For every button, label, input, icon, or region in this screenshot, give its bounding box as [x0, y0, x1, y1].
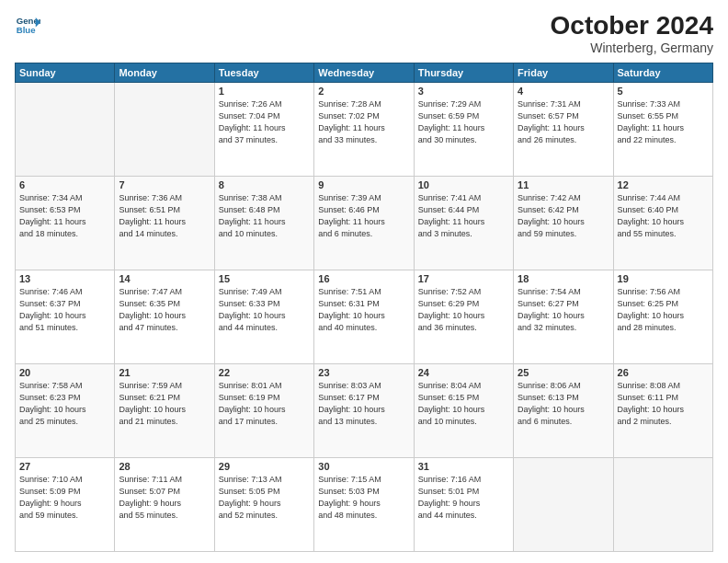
- day-info: Sunrise: 7:36 AM Sunset: 6:51 PM Dayligh…: [119, 192, 210, 240]
- table-row: 7Sunrise: 7:36 AM Sunset: 6:51 PM Daylig…: [115, 177, 214, 270]
- day-number: 24: [418, 367, 509, 378]
- day-number: 27: [19, 461, 110, 472]
- table-row: 10Sunrise: 7:41 AM Sunset: 6:44 PM Dayli…: [414, 177, 513, 270]
- calendar: Sunday Monday Tuesday Wednesday Thursday…: [15, 63, 713, 552]
- table-row: 17Sunrise: 7:52 AM Sunset: 6:29 PM Dayli…: [414, 270, 513, 364]
- day-number: 4: [518, 86, 609, 97]
- day-number: 10: [418, 179, 509, 190]
- col-tuesday: Tuesday: [214, 63, 313, 83]
- table-row: 27Sunrise: 7:10 AM Sunset: 5:09 PM Dayli…: [16, 458, 115, 552]
- logo: General Blue: [15, 11, 40, 37]
- calendar-week-2: 6Sunrise: 7:34 AM Sunset: 6:53 PM Daylig…: [16, 177, 713, 270]
- day-number: 25: [518, 367, 609, 378]
- col-sunday: Sunday: [16, 63, 115, 83]
- table-row: 8Sunrise: 7:38 AM Sunset: 6:48 PM Daylig…: [214, 177, 313, 270]
- table-row: 18Sunrise: 7:54 AM Sunset: 6:27 PM Dayli…: [514, 270, 613, 364]
- table-row: 15Sunrise: 7:49 AM Sunset: 6:33 PM Dayli…: [214, 270, 313, 364]
- day-number: 3: [418, 86, 509, 97]
- calendar-week-5: 27Sunrise: 7:10 AM Sunset: 5:09 PM Dayli…: [16, 458, 713, 552]
- day-number: 5: [618, 86, 709, 97]
- table-row: 6Sunrise: 7:34 AM Sunset: 6:53 PM Daylig…: [16, 177, 115, 270]
- day-number: 8: [219, 179, 310, 190]
- table-row: 22Sunrise: 8:01 AM Sunset: 6:19 PM Dayli…: [214, 364, 313, 458]
- day-info: Sunrise: 7:34 AM Sunset: 6:53 PM Dayligh…: [19, 192, 110, 240]
- day-number: 12: [618, 179, 709, 190]
- day-info: Sunrise: 7:15 AM Sunset: 5:03 PM Dayligh…: [318, 474, 409, 522]
- day-number: 21: [119, 367, 210, 378]
- day-info: Sunrise: 7:26 AM Sunset: 7:04 PM Dayligh…: [219, 98, 310, 146]
- header: General Blue October 2024 Winterberg, Ge…: [15, 11, 713, 55]
- table-row: 12Sunrise: 7:44 AM Sunset: 6:40 PM Dayli…: [613, 177, 712, 270]
- svg-text:Blue: Blue: [17, 25, 36, 35]
- table-row: 16Sunrise: 7:51 AM Sunset: 6:31 PM Dayli…: [314, 270, 414, 364]
- col-monday: Monday: [115, 63, 214, 83]
- table-row: 3Sunrise: 7:29 AM Sunset: 6:59 PM Daylig…: [414, 83, 513, 177]
- calendar-week-4: 20Sunrise: 7:58 AM Sunset: 6:23 PM Dayli…: [16, 364, 713, 458]
- day-info: Sunrise: 7:11 AM Sunset: 5:07 PM Dayligh…: [119, 474, 210, 522]
- day-info: Sunrise: 7:59 AM Sunset: 6:21 PM Dayligh…: [119, 380, 210, 428]
- day-info: Sunrise: 7:51 AM Sunset: 6:31 PM Dayligh…: [318, 286, 409, 334]
- table-row: 21Sunrise: 7:59 AM Sunset: 6:21 PM Dayli…: [115, 364, 214, 458]
- day-info: Sunrise: 7:54 AM Sunset: 6:27 PM Dayligh…: [518, 286, 609, 334]
- table-row: 29Sunrise: 7:13 AM Sunset: 5:05 PM Dayli…: [214, 458, 313, 552]
- table-row: [16, 83, 115, 177]
- calendar-week-3: 13Sunrise: 7:46 AM Sunset: 6:37 PM Dayli…: [16, 270, 713, 364]
- table-row: 24Sunrise: 8:04 AM Sunset: 6:15 PM Dayli…: [414, 364, 513, 458]
- day-info: Sunrise: 7:13 AM Sunset: 5:05 PM Dayligh…: [219, 474, 310, 522]
- title-block: October 2024 Winterberg, Germany: [551, 11, 713, 55]
- day-info: Sunrise: 7:49 AM Sunset: 6:33 PM Dayligh…: [219, 286, 310, 334]
- table-row: 5Sunrise: 7:33 AM Sunset: 6:55 PM Daylig…: [613, 83, 712, 177]
- day-info: Sunrise: 7:46 AM Sunset: 6:37 PM Dayligh…: [19, 286, 110, 334]
- table-row: 23Sunrise: 8:03 AM Sunset: 6:17 PM Dayli…: [314, 364, 414, 458]
- day-info: Sunrise: 7:42 AM Sunset: 6:42 PM Dayligh…: [518, 192, 609, 240]
- day-number: 7: [119, 179, 210, 190]
- day-info: Sunrise: 7:52 AM Sunset: 6:29 PM Dayligh…: [418, 286, 509, 334]
- day-info: Sunrise: 7:10 AM Sunset: 5:09 PM Dayligh…: [19, 474, 110, 522]
- day-info: Sunrise: 8:06 AM Sunset: 6:13 PM Dayligh…: [518, 380, 609, 428]
- table-row: 25Sunrise: 8:06 AM Sunset: 6:13 PM Dayli…: [514, 364, 613, 458]
- table-row: [514, 458, 613, 552]
- col-wednesday: Wednesday: [314, 63, 414, 83]
- calendar-header-row: Sunday Monday Tuesday Wednesday Thursday…: [16, 63, 713, 83]
- calendar-week-1: 1Sunrise: 7:26 AM Sunset: 7:04 PM Daylig…: [16, 83, 713, 177]
- col-friday: Friday: [514, 63, 613, 83]
- month-title: October 2024: [551, 11, 713, 40]
- day-number: 22: [219, 367, 310, 378]
- table-row: [115, 83, 214, 177]
- table-row: 9Sunrise: 7:39 AM Sunset: 6:46 PM Daylig…: [314, 177, 414, 270]
- day-info: Sunrise: 7:56 AM Sunset: 6:25 PM Dayligh…: [618, 286, 709, 334]
- day-info: Sunrise: 8:03 AM Sunset: 6:17 PM Dayligh…: [318, 380, 409, 428]
- day-info: Sunrise: 8:04 AM Sunset: 6:15 PM Dayligh…: [418, 380, 509, 428]
- day-number: 29: [219, 461, 310, 472]
- subtitle: Winterberg, Germany: [551, 40, 713, 55]
- day-number: 2: [318, 86, 409, 97]
- day-number: 23: [318, 367, 409, 378]
- table-row: 28Sunrise: 7:11 AM Sunset: 5:07 PM Dayli…: [115, 458, 214, 552]
- table-row: 4Sunrise: 7:31 AM Sunset: 6:57 PM Daylig…: [514, 83, 613, 177]
- table-row: 13Sunrise: 7:46 AM Sunset: 6:37 PM Dayli…: [16, 270, 115, 364]
- day-info: Sunrise: 7:29 AM Sunset: 6:59 PM Dayligh…: [418, 98, 509, 146]
- day-info: Sunrise: 7:28 AM Sunset: 7:02 PM Dayligh…: [318, 98, 409, 146]
- day-number: 1: [219, 86, 310, 97]
- day-info: Sunrise: 7:38 AM Sunset: 6:48 PM Dayligh…: [219, 192, 310, 240]
- day-number: 11: [518, 179, 609, 190]
- day-number: 6: [19, 179, 110, 190]
- day-info: Sunrise: 7:47 AM Sunset: 6:35 PM Dayligh…: [119, 286, 210, 334]
- day-number: 13: [19, 273, 110, 284]
- day-info: Sunrise: 7:33 AM Sunset: 6:55 PM Dayligh…: [618, 98, 709, 146]
- day-number: 30: [318, 461, 409, 472]
- day-number: 28: [119, 461, 210, 472]
- day-number: 16: [318, 273, 409, 284]
- day-info: Sunrise: 8:08 AM Sunset: 6:11 PM Dayligh…: [618, 380, 709, 428]
- day-number: 26: [618, 367, 709, 378]
- day-info: Sunrise: 7:16 AM Sunset: 5:01 PM Dayligh…: [418, 474, 509, 522]
- day-info: Sunrise: 7:44 AM Sunset: 6:40 PM Dayligh…: [618, 192, 709, 240]
- table-row: 26Sunrise: 8:08 AM Sunset: 6:11 PM Dayli…: [613, 364, 712, 458]
- day-info: Sunrise: 7:39 AM Sunset: 6:46 PM Dayligh…: [318, 192, 409, 240]
- day-info: Sunrise: 7:31 AM Sunset: 6:57 PM Dayligh…: [518, 98, 609, 146]
- table-row: 30Sunrise: 7:15 AM Sunset: 5:03 PM Dayli…: [314, 458, 414, 552]
- table-row: 19Sunrise: 7:56 AM Sunset: 6:25 PM Dayli…: [613, 270, 712, 364]
- table-row: 11Sunrise: 7:42 AM Sunset: 6:42 PM Dayli…: [514, 177, 613, 270]
- day-number: 20: [19, 367, 110, 378]
- day-number: 18: [518, 273, 609, 284]
